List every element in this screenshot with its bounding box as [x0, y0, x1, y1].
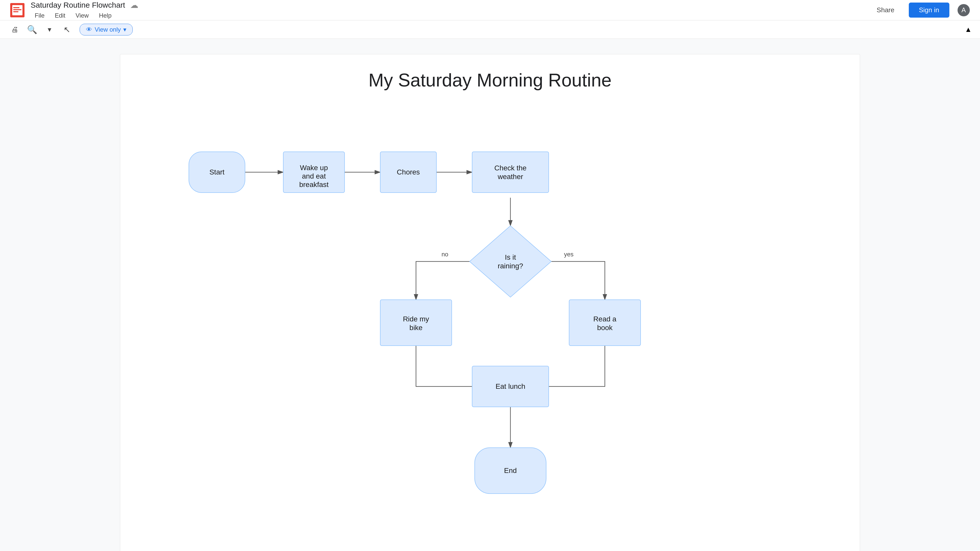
print-icon: 🖨: [11, 25, 18, 34]
account-icon[interactable]: A: [958, 4, 970, 16]
no-label: no: [442, 251, 449, 258]
diagram-container: My Saturday Morning Routine no yes: [120, 54, 860, 551]
wakeup-label-line2: and eat: [302, 172, 326, 180]
arrow-no-bike: [416, 262, 472, 300]
toolbar: 🖨 🔍 ▾ ↖ 👁 View only ▾ ▲: [0, 21, 980, 39]
menu-bar: File Edit View Help: [30, 11, 138, 20]
zoom-out-button[interactable]: 🔍: [25, 23, 39, 36]
cursor-tool[interactable]: ↖: [60, 23, 73, 36]
svg-rect-3: [13, 9, 21, 10]
signin-button[interactable]: Sign in: [909, 3, 950, 17]
collapse-icon: ▲: [965, 25, 972, 33]
weather-node: [472, 152, 549, 192]
start-label: Start: [209, 168, 224, 176]
menu-file[interactable]: File: [30, 11, 49, 20]
book-label-line1: Read a: [593, 315, 617, 323]
bike-label-line2: bike: [409, 324, 422, 332]
wakeup-label-line1: Wake up: [300, 164, 328, 171]
weather-label-line1: Check the: [494, 164, 527, 172]
raining-node: [469, 226, 551, 297]
doc-title: Saturday Routine Flowchart: [30, 1, 125, 10]
flowchart-svg: no yes Start Wake up and eat breakfast C…: [158, 111, 822, 545]
chores-label: Chores: [397, 168, 420, 176]
svg-rect-2: [13, 7, 19, 8]
collapse-button[interactable]: ▲: [965, 25, 972, 34]
lunch-label: Eat lunch: [496, 383, 525, 390]
badge-chevron-icon: ▾: [123, 26, 126, 33]
eye-icon: 👁: [86, 26, 92, 33]
menu-edit[interactable]: Edit: [51, 11, 69, 20]
view-only-label: View only: [95, 26, 121, 33]
share-button[interactable]: Share: [870, 4, 900, 16]
cursor-icon: ↖: [64, 25, 70, 35]
chevron-down-icon: ▾: [48, 25, 51, 34]
bike-label-line1: Ride my: [403, 315, 429, 323]
diagram-title: My Saturday Morning Routine: [135, 70, 845, 91]
title-section: Saturday Routine Flowchart ☁ File Edit V…: [30, 0, 138, 20]
yes-label: yes: [564, 251, 573, 258]
canvas-area: My Saturday Morning Routine no yes: [0, 39, 980, 551]
book-label-line2: book: [597, 324, 613, 332]
menu-help[interactable]: Help: [95, 11, 116, 20]
zoom-dropdown[interactable]: ▾: [43, 23, 56, 36]
app-logo: [10, 3, 24, 17]
arrow-yes-book: [549, 262, 605, 300]
right-actions: Share Sign in A: [870, 3, 970, 17]
svg-rect-4: [13, 11, 18, 12]
weather-label-line2: weather: [497, 173, 523, 181]
zoom-out-icon: 🔍: [27, 25, 37, 35]
view-only-badge[interactable]: 👁 View only ▾: [80, 24, 133, 35]
raining-label-line1: Is it: [505, 253, 516, 261]
print-button[interactable]: 🖨: [8, 23, 21, 36]
raining-label-line2: raining?: [498, 262, 523, 270]
wakeup-label-line3: breakfast: [299, 181, 328, 189]
cloud-save-icon: ☁: [130, 0, 138, 10]
topbar: Saturday Routine Flowchart ☁ File Edit V…: [0, 0, 980, 21]
end-label: End: [504, 467, 517, 475]
menu-view[interactable]: View: [72, 11, 93, 20]
